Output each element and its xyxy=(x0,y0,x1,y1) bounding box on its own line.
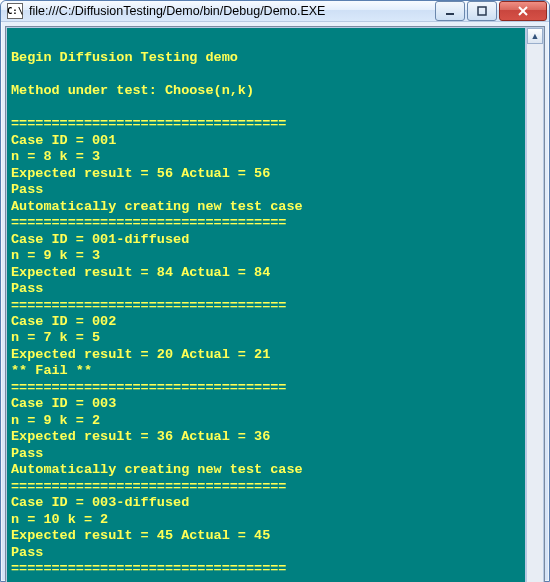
vertical-scroll-track[interactable] xyxy=(527,44,543,582)
client-area: Begin Diffusion Testing demo Method unde… xyxy=(5,26,545,582)
maximize-button[interactable] xyxy=(467,1,497,21)
window-title: file:///C:/DiffusionTesting/Demo/bin/Deb… xyxy=(29,4,433,18)
app-window: C:\ file:///C:/DiffusionTesting/Demo/bin… xyxy=(0,0,550,582)
console-app-icon: C:\ xyxy=(7,3,23,19)
window-controls xyxy=(433,1,547,21)
titlebar[interactable]: C:\ file:///C:/DiffusionTesting/Demo/bin… xyxy=(1,1,549,22)
close-button[interactable] xyxy=(499,1,547,21)
minimize-button[interactable] xyxy=(435,1,465,21)
scroll-up-button[interactable]: ▲ xyxy=(527,28,543,44)
svg-rect-1 xyxy=(478,7,486,15)
console-output: Begin Diffusion Testing demo Method unde… xyxy=(6,27,526,582)
vertical-scrollbar[interactable]: ▲ ▼ xyxy=(526,27,544,582)
